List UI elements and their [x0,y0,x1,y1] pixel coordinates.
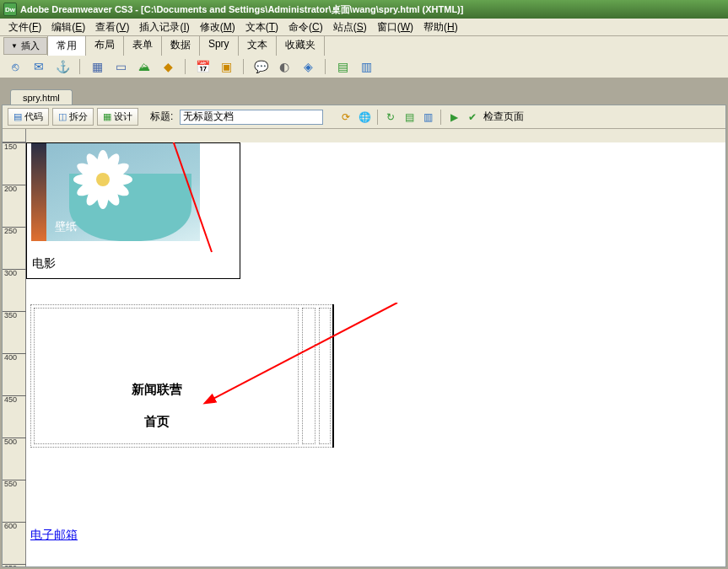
head-icon[interactable]: ◐ [276,58,293,75]
separator [79,59,80,74]
check-page-icon[interactable]: ✔ [465,110,480,125]
email-link-icon[interactable]: ✉ [30,58,47,75]
ruler-tick: 250 [3,227,26,235]
home-text[interactable]: 首页 [144,414,170,430]
div-icon[interactable]: ▭ [112,58,129,75]
insert-tab-4[interactable]: Spry [200,35,239,56]
validate-icon[interactable]: ▶ [446,110,461,125]
title-separator: - [132,4,141,14]
menu-bar: 文件(F)编辑(E)查看(V)插入记录(I)修改(M)文本(T)命令(C)站点(… [0,19,728,36]
document-toolbar: ▤代码 ◫拆分 ▦设计 标题: ⟳ 🌐 ↻ ▤ ▥ ▶ ✔ 检查页面 [3,105,725,129]
app-name: Adobe Dreamweaver CS3 [20,4,132,14]
script-icon[interactable]: ◈ [299,58,316,75]
insert-tab-6[interactable]: 收藏夹 [277,35,325,56]
menu-e[interactable]: 编辑(E) [46,19,90,36]
horizontal-ruler-row: 5010015020025030035040045050055060065070… [3,129,725,142]
document-tab-strip: spry.html [0,88,728,105]
insert-tab-1[interactable]: 布局 [86,35,124,56]
tag-chooser-icon[interactable]: ▥ [358,58,375,75]
menu-t[interactable]: 文本(T) [240,19,283,36]
document-path: [C:\Documents and Settings\Administrator… [141,3,463,16]
separator [325,59,326,74]
email-link[interactable]: 电子邮箱 [30,528,725,543]
menu-i[interactable]: 插入记录(I) [134,19,194,36]
ruler-tick: 650 [3,564,26,566]
file-manage-icon[interactable]: ▤ [402,110,417,125]
insert-tab-5[interactable]: 文本 [239,35,277,56]
wallpaper-image[interactable]: 壁纸 [31,143,200,241]
menu-m[interactable]: 修改(M) [195,19,240,36]
server-include-icon[interactable]: ▣ [218,58,235,75]
menu-s[interactable]: 站点(S) [328,19,372,36]
image-icon[interactable]: ⛰ [136,58,153,75]
check-page-label: 检查页面 [483,110,524,124]
canvas-wrap: 150200250300350400450500550600650 [3,142,725,566]
separator [185,59,186,74]
comment-icon[interactable]: 💬 [252,58,269,75]
menu-v[interactable]: 查看(V) [90,19,134,36]
ruler-tick: 300 [3,269,26,277]
sync-icon[interactable]: ⟳ [338,110,353,125]
headline-text[interactable]: 新闻联营 [132,382,182,398]
insert-panel-label[interactable]: 插入 [3,37,47,55]
menu-w[interactable]: 窗口(W) [372,19,418,36]
ruler-tick: 600 [3,522,26,530]
spry-container[interactable]: 壁纸 电影 [26,142,240,279]
title-bar: Dw Adobe Dreamweaver CS3 - [C:\Documents… [0,0,728,19]
app-logo: Dw [3,3,17,16]
flower-icon [73,150,132,209]
code-view-button[interactable]: ▤代码 [8,108,49,126]
insert-tab-0[interactable]: 常用 [47,35,86,56]
split-view-button[interactable]: ◫拆分 [52,108,94,126]
insert-tab-strip: 插入 常用布局表单数据Spry文本收藏夹 [0,36,728,55]
layout-table[interactable]: 新闻联营 首页 [30,304,334,448]
ruler-tick: 550 [3,480,26,488]
design-view-button[interactable]: ▦设计 [97,108,138,126]
ruler-tick: 400 [3,353,26,362]
ruler-corner [3,129,26,142]
ruler-tick: 150 [3,142,26,151]
media-icon[interactable]: ◆ [159,58,176,75]
ruler-tick: 350 [3,311,26,319]
menu-h[interactable]: 帮助(H) [418,19,463,36]
insert-tab-2[interactable]: 表单 [124,35,162,56]
named-anchor-icon[interactable]: ⚓ [54,58,71,75]
ruler-tick: 500 [3,437,26,446]
movie-label[interactable]: 电影 [27,241,240,278]
table-icon[interactable]: ▦ [89,58,105,75]
wallpaper-caption: 壁纸 [55,219,77,234]
document-title-input[interactable] [180,110,323,125]
separator [377,110,378,125]
menu-f[interactable]: 文件(F) [3,19,46,36]
ruler-tick: 200 [3,185,26,193]
templates-icon[interactable]: ▤ [334,58,351,75]
menu-c[interactable]: 命令(C) [283,19,328,36]
insert-bar: 插入 常用布局表单数据Spry文本收藏夹 ⎋✉⚓▦▭⛰◆📅▣💬◐◈▤▥ [0,36,728,79]
vertical-ruler: 150200250300350400450500550600650 [3,142,26,566]
title-label: 标题: [150,110,173,124]
options-icon[interactable]: ▥ [420,110,435,125]
globe-icon[interactable]: 🌐 [357,110,372,125]
ruler-tick: 450 [3,395,26,404]
insert-icon-row: ⎋✉⚓▦▭⛰◆📅▣💬◐◈▤▥ [0,55,728,78]
design-canvas[interactable]: 壁纸 电影 新闻联营 首页 电子邮箱 [26,142,725,566]
hyperlink-icon[interactable]: ⎋ [7,58,24,75]
insert-tab-3[interactable]: 数据 [162,35,200,56]
separator [440,110,441,125]
refresh-icon[interactable]: ↻ [383,110,398,125]
document-panel: ▤代码 ◫拆分 ▦设计 标题: ⟳ 🌐 ↻ ▤ ▥ ▶ ✔ 检查页面 50100… [2,105,726,567]
document-tab[interactable]: spry.html [10,89,73,105]
separator [243,59,244,74]
date-icon[interactable]: 📅 [194,58,211,75]
document-area: spry.html ▤代码 ◫拆分 ▦设计 标题: ⟳ 🌐 ↻ ▤ ▥ ▶ ✔ … [0,79,728,569]
